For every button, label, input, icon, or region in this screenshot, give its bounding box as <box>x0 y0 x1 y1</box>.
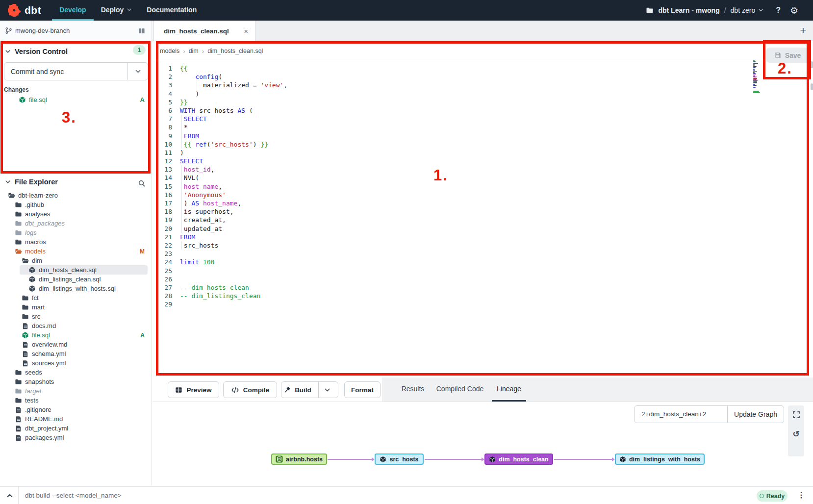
chevron-right-icon: › <box>202 48 204 55</box>
tree-item-macros[interactable]: macros <box>0 237 152 247</box>
nav-item-deploy[interactable]: Deploy <box>94 0 140 21</box>
file-icon <box>22 341 29 348</box>
dbt-logo[interactable]: dbt <box>8 0 41 21</box>
tree-item-tests[interactable]: tests <box>0 396 152 405</box>
line-number: 14 <box>152 174 172 182</box>
tree-item-sources.yml[interactable]: sources.yml <box>0 358 152 368</box>
kebab-menu-icon[interactable]: ⋮ <box>797 490 805 500</box>
chevron-down-icon[interactable] <box>127 63 148 80</box>
split-view-icon[interactable] <box>138 27 146 35</box>
compile-button[interactable]: Compile <box>223 381 277 398</box>
code-line-text: host_name, <box>172 182 813 191</box>
update-graph-button[interactable]: Update Graph <box>727 405 784 423</box>
editor-pane[interactable]: models›dim›dim_hosts_clean.sql 1{{2 conf… <box>152 41 813 378</box>
minimap-line <box>753 76 757 77</box>
tree-item-mart[interactable]: mart <box>0 302 152 312</box>
tree-item-overview.md[interactable]: overview.md <box>0 340 152 349</box>
code-line: 23 <box>152 250 813 258</box>
help-icon[interactable]: ? <box>776 6 781 15</box>
lineage-panel: 2+dim_hosts_clean+2 Update Graph ↺ airbn… <box>152 402 813 486</box>
save-button[interactable]: Save <box>766 48 809 63</box>
tree-item-dbt_packages[interactable]: dbt_packages <box>0 219 152 228</box>
scrollbar-handle[interactable] <box>811 83 813 90</box>
gear-icon[interactable]: ⚙ <box>790 6 798 15</box>
folder-icon <box>15 387 22 395</box>
file-explorer-header[interactable]: File Explorer <box>0 173 152 190</box>
tree-item-.github[interactable]: .github <box>0 200 152 209</box>
lineage-node-dim_listings_with_hosts[interactable]: dim_listings_with_hosts <box>615 454 705 465</box>
tree-item-dim_listings_with_hosts.sql[interactable]: dim_listings_with_hosts.sql <box>0 284 152 293</box>
chevron-up-icon[interactable] <box>6 492 13 499</box>
nav-item-develop[interactable]: Develop <box>52 0 93 21</box>
branch-name[interactable]: mwong-dev-branch <box>15 27 70 34</box>
tree-item-dbt-learn-zero[interactable]: dbt-learn-zero <box>0 191 152 200</box>
fullscreen-icon[interactable] <box>788 406 804 423</box>
search-icon[interactable] <box>138 179 146 187</box>
lineage-selector-input[interactable]: 2+dim_hosts_clean+2 <box>634 405 728 423</box>
logo-text: dbt <box>25 4 41 16</box>
tree-item-.gitignore[interactable]: .gitignore <box>0 405 152 414</box>
tree-item-models[interactable]: modelsM <box>0 247 152 256</box>
tree-item-target[interactable]: target <box>0 386 152 396</box>
code-line-text: NVL( <box>172 174 813 182</box>
hammer-icon <box>283 386 291 394</box>
breadcrumb-item[interactable]: models <box>160 48 179 54</box>
tree-item-src[interactable]: src <box>0 312 152 321</box>
top-navbar: dbt DevelopDeployDocumentation dbt Learn… <box>0 0 813 21</box>
close-icon[interactable]: × <box>244 27 248 35</box>
tab-lineage[interactable]: Lineage <box>492 378 526 402</box>
code-line-text: SELECT <box>172 157 813 165</box>
reset-view-icon[interactable]: ↺ <box>788 426 804 442</box>
file-icon <box>22 322 29 329</box>
tree-item-logs[interactable]: logs <box>0 228 152 237</box>
folder-open-icon <box>22 257 29 264</box>
tab-dim-hosts-clean[interactable]: dim_hosts_clean.sql × <box>153 21 255 41</box>
command-input[interactable]: dbt build --select <model_name> <box>25 487 122 504</box>
nav-item-documentation[interactable]: Documentation <box>139 0 204 21</box>
tree-item-dim_listings_clean.sql[interactable]: dim_listings_clean.sql <box>0 275 152 284</box>
breadcrumb-item[interactable]: dim_hosts_clean.sql <box>207 48 263 54</box>
tab-compiled-code[interactable]: Compiled Code <box>433 378 487 402</box>
tree-item-dbt_project.yml[interactable]: dbt_project.yml <box>0 424 152 433</box>
code-line-text <box>172 300 813 308</box>
tree-item-fct[interactable]: fct <box>0 293 152 302</box>
lineage-node-airbnb.hosts[interactable]: airbnb.hosts <box>271 454 327 465</box>
version-control-header[interactable]: Version Control 1 <box>0 41 152 59</box>
build-button[interactable]: Build <box>281 381 338 398</box>
line-number: 27 <box>152 283 172 292</box>
tree-item-packages.yml[interactable]: packages.yml <box>0 433 152 442</box>
scrollbar-handle[interactable] <box>811 61 813 68</box>
commit-and-sync-button[interactable]: Commit and sync <box>4 62 148 80</box>
grid-icon <box>175 386 182 394</box>
model-cube-icon <box>22 331 29 339</box>
new-tab-button[interactable]: + <box>800 25 806 36</box>
tree-item-snapshots[interactable]: snapshots <box>0 377 152 386</box>
chevron-down-icon[interactable] <box>318 382 336 398</box>
tree-item-dim_hosts_clean.sql[interactable]: dim_hosts_clean.sql <box>0 265 152 275</box>
lineage-node-dim_hosts_clean[interactable]: dim_hosts_clean <box>484 454 553 465</box>
account-name[interactable]: dbt Learn - mwong <box>658 6 719 14</box>
changed-file-row[interactable]: file.sql A <box>0 94 152 105</box>
tree-item-dim[interactable]: dim <box>0 256 152 265</box>
tree-item-README.md[interactable]: README.md <box>0 414 152 424</box>
line-number: 19 <box>152 216 172 224</box>
file-icon <box>22 350 29 357</box>
tree-item-schema.yml[interactable]: schema.yml <box>0 349 152 358</box>
code-line-text: * <box>172 123 813 131</box>
tree-item-docs.md[interactable]: docs.md <box>0 321 152 330</box>
lineage-node-src_hosts[interactable]: src_hosts <box>375 454 424 465</box>
preview-button[interactable]: Preview <box>168 381 219 398</box>
project-selector[interactable]: dbt zero <box>731 6 764 14</box>
code-editor[interactable]: 1{{2 config(3 materialized = 'view',4 )5… <box>152 61 813 378</box>
tab-results[interactable]: Results <box>398 378 428 402</box>
code-line-text: limit 100 <box>172 258 813 266</box>
tree-item-analyses[interactable]: analyses <box>0 209 152 219</box>
tree-item-seeds[interactable]: seeds <box>0 368 152 377</box>
code-line-text <box>172 267 813 275</box>
tree-item-file.sql[interactable]: file.sqlA <box>0 330 152 340</box>
format-button[interactable]: Format <box>344 381 381 398</box>
breadcrumb-item[interactable]: dim <box>189 48 199 54</box>
minimap[interactable] <box>753 60 764 94</box>
code-line-text: config( <box>172 73 813 81</box>
code-line-text: materialized = 'view', <box>172 81 813 89</box>
